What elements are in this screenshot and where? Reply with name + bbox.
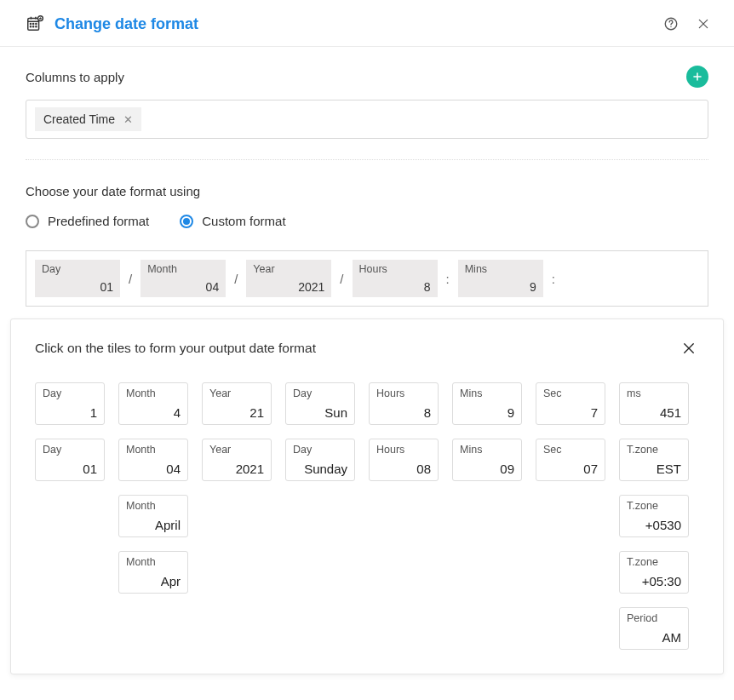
- svg-point-8: [33, 26, 34, 27]
- format-tile-option[interactable]: Year2021: [202, 439, 272, 481]
- tile-cell: Day1: [35, 382, 105, 425]
- format-tile-option[interactable]: MonthApr: [118, 551, 188, 594]
- tile-cell: PeriodAM: [619, 607, 689, 650]
- format-tile-option[interactable]: Sec7: [536, 382, 605, 425]
- tile-label: Period: [627, 612, 681, 624]
- tile-label: Year: [253, 263, 324, 275]
- tile-cell: Hours8: [369, 382, 439, 425]
- radio-custom-format[interactable]: Custom format: [180, 214, 285, 228]
- tile-label: Month: [126, 387, 181, 399]
- tile-label: Month: [126, 500, 181, 512]
- format-tile-option[interactable]: Hours8: [369, 382, 439, 425]
- tile-cell: Mins09: [452, 439, 522, 481]
- tile-value: Sun: [293, 405, 347, 420]
- format-tile-option[interactable]: Hours08: [369, 439, 439, 481]
- tile-label: Day: [43, 387, 97, 399]
- tile-cell: ms451: [619, 382, 689, 425]
- format-choice-label: Choose your date format using: [26, 184, 708, 198]
- close-tiles-icon[interactable]: [679, 338, 699, 359]
- tile-label: Sec: [543, 444, 598, 456]
- change-date-format-dialog: Change date format Columns to apply: [0, 0, 734, 674]
- selected-format-tile[interactable]: Hours8: [353, 260, 438, 297]
- dialog-body: Columns to apply Created Time ✕ Choose y…: [0, 47, 734, 307]
- tile-value: 2021: [209, 462, 264, 476]
- format-tile-option[interactable]: MonthApril: [118, 495, 188, 537]
- selected-format-tile[interactable]: Year2021: [246, 260, 331, 297]
- format-separator: /: [125, 272, 135, 286]
- close-icon[interactable]: [693, 14, 714, 34]
- format-choice-radio-group: Predefined format Custom format: [26, 214, 708, 228]
- tile-value: AM: [627, 630, 681, 645]
- tile-cell: Year21: [202, 382, 272, 425]
- format-separator: :: [443, 272, 453, 286]
- svg-point-12: [670, 26, 671, 27]
- format-tile-option[interactable]: Mins09: [452, 439, 522, 481]
- tile-value: 7: [543, 405, 598, 420]
- svg-point-4: [30, 23, 31, 24]
- tile-cell: Year2021: [202, 439, 272, 481]
- selected-format-tile[interactable]: Month04: [140, 260, 226, 297]
- tile-cell: Day01: [35, 439, 105, 481]
- format-separator: /: [231, 272, 241, 286]
- radio-label: Predefined format: [48, 214, 149, 228]
- tile-label: Month: [147, 263, 219, 275]
- tile-value: 9: [460, 405, 514, 420]
- tile-label: Month: [126, 444, 181, 456]
- format-tile-option[interactable]: Day01: [35, 439, 105, 481]
- tile-label: Hours: [359, 263, 431, 275]
- tile-label: Month: [126, 556, 181, 568]
- tile-label: T.zone: [627, 444, 681, 456]
- format-tile-option[interactable]: Sec07: [536, 439, 605, 481]
- column-chip-label: Created Time: [43, 112, 115, 126]
- format-tile-option[interactable]: DaySun: [285, 382, 355, 425]
- selected-format-tile[interactable]: Mins9: [458, 260, 543, 297]
- svg-point-7: [30, 26, 31, 27]
- format-tile-option[interactable]: T.zone+0530: [619, 495, 689, 537]
- radio-icon: [180, 215, 193, 228]
- calendar-settings-icon: [26, 14, 44, 33]
- svg-point-6: [36, 23, 37, 24]
- help-icon[interactable]: [661, 14, 681, 34]
- format-tile-option[interactable]: Year21: [202, 382, 272, 425]
- radio-predefined-format[interactable]: Predefined format: [26, 214, 149, 228]
- format-tile-option[interactable]: T.zoneEST: [619, 439, 689, 481]
- format-tile-option[interactable]: T.zone+05:30: [619, 551, 689, 594]
- tile-value: 8: [359, 280, 431, 294]
- title-wrap: Change date format: [26, 14, 661, 33]
- columns-input[interactable]: Created Time ✕: [26, 100, 708, 139]
- format-tile-option[interactable]: DaySunday: [285, 439, 355, 481]
- section-divider: [26, 159, 708, 160]
- columns-label: Columns to apply: [26, 70, 674, 84]
- selected-format-box: Day01/Month04/Year2021/Hours8:Mins9:: [26, 250, 708, 307]
- tile-value: 09: [460, 462, 514, 476]
- tile-value: 9: [465, 280, 536, 294]
- column-chip[interactable]: Created Time ✕: [35, 107, 141, 131]
- tile-value: 01: [43, 462, 97, 476]
- tile-value: Sunday: [293, 462, 347, 476]
- tile-value: 8: [376, 405, 431, 420]
- selected-format-tile[interactable]: Day01: [35, 260, 120, 297]
- tiles-header: Click on the tiles to form your output d…: [35, 338, 699, 359]
- format-tile-option[interactable]: Day1: [35, 382, 105, 425]
- tile-label: Day: [293, 444, 347, 456]
- tiles-grid: Day1Month4Year21DaySunHours8Mins9Sec7ms4…: [35, 382, 699, 650]
- format-separator: :: [548, 272, 559, 286]
- tile-label: Hours: [376, 387, 431, 399]
- format-tile-option[interactable]: Mins9: [452, 382, 522, 425]
- tile-label: Mins: [460, 444, 514, 456]
- format-tile-option[interactable]: PeriodAM: [619, 607, 689, 650]
- remove-chip-icon[interactable]: ✕: [123, 114, 133, 125]
- tile-value: 04: [126, 462, 181, 476]
- format-tile-option[interactable]: Month4: [118, 382, 188, 425]
- tile-cell: Hours08: [369, 439, 439, 481]
- tile-cell: DaySunday: [285, 439, 355, 481]
- format-tile-option[interactable]: Month04: [118, 439, 188, 481]
- tile-cell: T.zone+0530: [619, 495, 689, 537]
- format-tile-option[interactable]: ms451: [619, 382, 689, 425]
- tile-label: Hours: [376, 444, 431, 456]
- tile-value: 4: [126, 405, 181, 420]
- tile-cell: MonthApr: [118, 551, 188, 594]
- tile-cell: Mins9: [452, 382, 522, 425]
- tile-label: Year: [209, 387, 264, 399]
- add-column-button[interactable]: [686, 66, 708, 88]
